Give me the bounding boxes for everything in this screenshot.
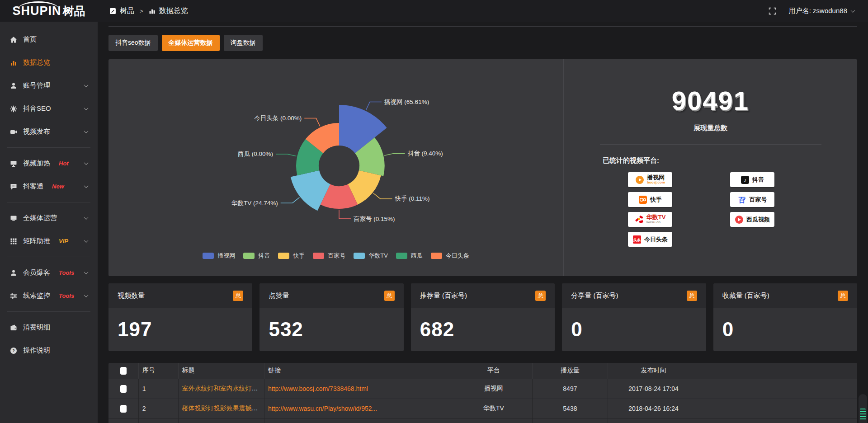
stat-card-header: 分享量 (百家号)总 — [562, 283, 706, 308]
sidebar-item-消费明细[interactable]: 消费明细 — [0, 316, 98, 339]
grid-icon — [10, 238, 17, 245]
baijiahao-logo-icon: 百 — [738, 195, 747, 204]
sidebar-tag-New: New — [52, 183, 64, 190]
overview-panel: 播视网 (65.61%)抖音 (9.40%)快手 (0.11%)百家号 (0.1… — [108, 59, 857, 276]
sidebar-item-label: 线索监控 — [23, 291, 50, 300]
stat-card-点赞量: 点赞量总532 — [259, 283, 403, 351]
videos-table-wrap: 序号标题链接平台播放量发布时间1室外水纹灯和室内水纹灯的区别和简介http://… — [108, 363, 857, 423]
tab-抖音seo数据[interactable]: 抖音seo数据 — [108, 35, 158, 51]
sidebar-item-视频加热[interactable]: 视频加热Hot — [0, 152, 98, 175]
column-header-平台: 平台 — [455, 363, 533, 379]
sidebar-item-账号管理[interactable]: 账号管理 — [0, 74, 98, 97]
total-badge[interactable]: 总 — [535, 291, 546, 301]
sliders-icon — [10, 292, 17, 300]
total-badge[interactable]: 总 — [233, 291, 243, 301]
data-tabs: 抖音seo数据全媒体运营数据询盘数据 — [108, 35, 857, 51]
topbar: SHUPIN 树品 树品 > 数据总览 用户名: zswodun88 — [0, 0, 868, 22]
stat-card-视频数量: 视频数量总197 — [108, 283, 252, 351]
chevron-down-icon — [84, 106, 89, 110]
tab-询盘数据[interactable]: 询盘数据 — [224, 35, 263, 51]
sidebar-item-视频发布[interactable]: 视频发布 — [0, 120, 98, 143]
stat-card-header: 点赞量总 — [259, 283, 403, 308]
cell-plays: 8497 — [532, 379, 608, 399]
legend-label: 今日头条 — [446, 252, 469, 260]
logo-text-en: SHUPIN — [12, 4, 61, 18]
cell-link[interactable]: http://www.wasu.cn/Play/show/id/952... — [268, 405, 377, 412]
platform-name: 今日头条 — [644, 236, 668, 243]
sidebar-item-首页[interactable]: 首页 — [0, 28, 98, 51]
svg-text:♪: ♪ — [744, 177, 746, 183]
legend-item-快手[interactable]: 快手 — [278, 252, 305, 260]
chat-bubble-icon — [10, 183, 17, 190]
cell-plays: 5438 — [532, 399, 608, 418]
legend-swatch — [396, 253, 407, 259]
chevron-down-icon — [84, 270, 89, 274]
legend-item-百家号[interactable]: 百家号 — [313, 252, 345, 260]
sidebar-tag-Tools: Tools — [59, 292, 74, 299]
cell-title[interactable]: 室外水纹灯和室内水纹灯的区别和简介 — [182, 385, 264, 392]
stat-card-header: 视频数量总 — [108, 283, 252, 308]
table-header-row: 序号标题链接平台播放量发布时间 — [108, 363, 857, 379]
row-checkbox[interactable] — [120, 385, 127, 393]
stat-card-推荐量 (百家号): 推荐量 (百家号)总682 — [411, 283, 555, 351]
platform-badge-抖音: ♪抖音 — [730, 172, 774, 187]
legend-item-抖音[interactable]: 抖音 — [243, 252, 270, 260]
table-row: 1室外水纹灯和室内水纹灯的区别和简介http://www.boosj.com/7… — [108, 379, 857, 399]
column-header-链接: 链接 — [264, 363, 455, 379]
legend-item-西瓜[interactable]: 西瓜 — [396, 252, 423, 260]
legend-swatch — [431, 253, 442, 259]
platform-subtext: wasu.cn — [646, 221, 661, 224]
sidebar-item-操作说明[interactable]: ?操作说明 — [0, 339, 98, 362]
breadcrumb-current: 数据总览 — [159, 6, 188, 16]
legend-label: 抖音 — [258, 252, 270, 260]
pie-label-line — [339, 210, 351, 219]
cell-title[interactable]: 楼体投影灯投影效果震撼上市 — [182, 404, 264, 412]
sidebar-item-label: 视频发布 — [23, 127, 50, 136]
rose-pie-chart: 播视网 (65.61%)抖音 (9.40%)快手 (0.11%)百家号 (0.1… — [108, 59, 563, 276]
videos-table: 序号标题链接平台播放量发布时间1室外水纹灯和室内水纹灯的区别和简介http://… — [108, 363, 857, 423]
select-all-checkbox[interactable] — [120, 367, 127, 375]
stat-card-收藏量 (百家号): 收藏量 (百家号)总0 — [713, 283, 857, 351]
sidebar-item-矩阵助推[interactable]: 矩阵助推VIP — [0, 230, 98, 253]
pie-label-line — [373, 193, 392, 199]
column-header-发布时间: 发布时间 — [608, 363, 857, 379]
sidebar-item-抖客通[interactable]: 抖客通New — [0, 175, 98, 198]
cell-time: 2018-04-26 16:24 — [608, 399, 857, 418]
question-circle-icon: ? — [10, 347, 17, 354]
total-badge[interactable]: 总 — [384, 291, 395, 301]
sidebar-item-线索监控[interactable]: 线索监控Tools — [0, 284, 98, 307]
user-menu[interactable]: 用户名: zswodun88 — [789, 7, 854, 15]
pie-label-line — [366, 102, 382, 110]
chevron-down-icon — [84, 83, 89, 87]
total-badge[interactable]: 总 — [687, 291, 697, 301]
legend-item-今日头条[interactable]: 今日头条 — [431, 252, 469, 260]
cell-time: 2017-08-24 17:04 — [608, 379, 857, 399]
legend-item-华数TV[interactable]: 华数TV — [354, 252, 388, 260]
sidebar-item-抖音SEO[interactable]: 抖音SEO — [0, 97, 98, 120]
sidebar-item-数据总览[interactable]: 数据总览 — [0, 51, 98, 74]
pie-label-line — [304, 118, 320, 127]
total-badge[interactable]: 总 — [838, 291, 848, 301]
tab-全媒体运营数据[interactable]: 全媒体运营数据 — [162, 35, 220, 51]
pie-label-抖音: 抖音 (9.40%) — [408, 150, 443, 157]
stat-card-label: 点赞量 — [269, 291, 289, 300]
chevron-down-icon — [84, 293, 89, 297]
sidebar-group-divider — [7, 147, 90, 148]
legend-swatch — [313, 253, 324, 259]
row-checkbox[interactable] — [120, 405, 127, 413]
stat-cards-row: 视频数量总197点赞量总532推荐量 (百家号)总682分享量 (百家号)总0收… — [108, 283, 857, 351]
stat-card-value: 682 — [411, 308, 555, 341]
floating-scroll-widget[interactable] — [859, 394, 867, 423]
platform-badge-text: 播视网boosj.com — [647, 174, 665, 184]
pie-label-华数TV: 华数TV (24.74%) — [231, 200, 278, 207]
legend-item-播视网[interactable]: 播视网 — [203, 252, 235, 260]
sidebar-item-会员爆客[interactable]: 会员爆客Tools — [0, 261, 98, 284]
breadcrumb-root[interactable]: 树品 — [120, 6, 134, 16]
app-logo[interactable]: SHUPIN 树品 — [0, 0, 98, 22]
chevron-down-icon — [84, 160, 89, 165]
person-icon — [10, 269, 17, 277]
sidebar-item-全媒体运营[interactable]: 全媒体运营 — [0, 207, 98, 230]
cell-link[interactable]: http://www.boosj.com/7338468.html — [268, 385, 368, 392]
sidebar-item-label: 全媒体运营 — [23, 214, 57, 222]
fullscreen-icon[interactable] — [769, 7, 776, 15]
